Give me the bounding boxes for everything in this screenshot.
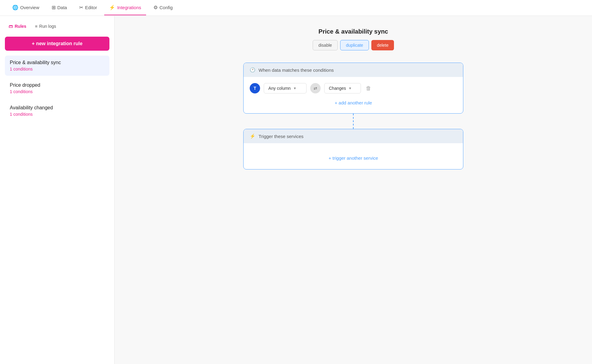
duplicate-button[interactable]: duplicate [340, 40, 369, 50]
changes-dropdown[interactable]: Changes ▼ [324, 83, 361, 93]
disable-button[interactable]: disable [313, 40, 338, 50]
sidebar: 🗃 Rules ≡ Run logs + new integration rul… [0, 16, 115, 364]
editor-icon: ✂ [79, 5, 83, 10]
integrations-icon: ⚡ [109, 5, 115, 10]
delete-button[interactable]: delete [371, 40, 394, 50]
layout: 🗃 Rules ≡ Run logs + new integration rul… [0, 16, 592, 364]
lightning-icon: ⚡ [250, 133, 256, 139]
trigger-box-body: + trigger another service [244, 143, 463, 169]
changes-icon: ⇄ [314, 86, 317, 91]
rule-item-price-availability-sync[interactable]: Price & availability sync 1 conditions [5, 56, 109, 76]
top-nav: 🌐 Overview ⊞ Data ✂ Editor ⚡ Integration… [0, 0, 592, 16]
conditions-box-body: T Any column ▼ ⇄ Changes ▼ [244, 77, 463, 113]
trigger-another-service-button[interactable]: + trigger another service [250, 149, 457, 163]
add-another-rule-button[interactable]: + add another rule [250, 98, 457, 107]
trigger-box: ⚡ Trigger these services + trigger anoth… [243, 129, 463, 169]
condition-delete-button[interactable]: 🗑 [365, 84, 373, 93]
clock-icon: 🕐 [250, 67, 256, 73]
page-title: Price & availability sync [318, 28, 388, 35]
tab-rules[interactable]: 🗃 Rules [5, 22, 30, 31]
flow-container: 🕐 When data matches these conditions T A… [243, 63, 463, 169]
config-icon: ⚙ [153, 5, 158, 10]
conditions-box: 🕐 When data matches these conditions T A… [243, 63, 463, 114]
conditions-box-header: 🕐 When data matches these conditions [244, 63, 463, 77]
run-logs-icon: ≡ [35, 24, 37, 29]
flow-connector [353, 114, 354, 129]
column-badge: T [250, 83, 260, 93]
rules-icon: 🗃 [9, 24, 13, 29]
trigger-box-header: ⚡ Trigger these services [244, 129, 463, 143]
tab-run-logs[interactable]: ≡ Run logs [31, 22, 60, 31]
sidebar-tabs: 🗃 Rules ≡ Run logs [5, 22, 109, 31]
nav-editor[interactable]: ✂ Editor [74, 0, 102, 15]
column-dropdown-arrow: ▼ [293, 86, 296, 90]
action-buttons: disable duplicate delete [313, 40, 394, 50]
changes-dropdown-arrow: ▼ [348, 86, 352, 90]
overview-icon: 🌐 [12, 5, 18, 10]
nav-overview[interactable]: 🌐 Overview [7, 0, 44, 15]
rule-item-availability-changed[interactable]: Availability changed 1 conditions [5, 101, 109, 121]
nav-integrations[interactable]: ⚡ Integrations [104, 0, 146, 15]
data-icon: ⊞ [52, 5, 56, 10]
nav-data[interactable]: ⊞ Data [47, 0, 72, 15]
rule-item-price-dropped[interactable]: Price dropped 1 conditions [5, 78, 109, 98]
changes-badge: ⇄ [310, 83, 321, 93]
new-integration-rule-button[interactable]: + new integration rule [5, 37, 109, 51]
condition-row: T Any column ▼ ⇄ Changes ▼ [250, 83, 457, 93]
column-dropdown[interactable]: Any column ▼ [264, 83, 307, 93]
main-content: Price & availability sync disable duplic… [115, 16, 592, 364]
nav-config[interactable]: ⚙ Config [149, 0, 178, 15]
